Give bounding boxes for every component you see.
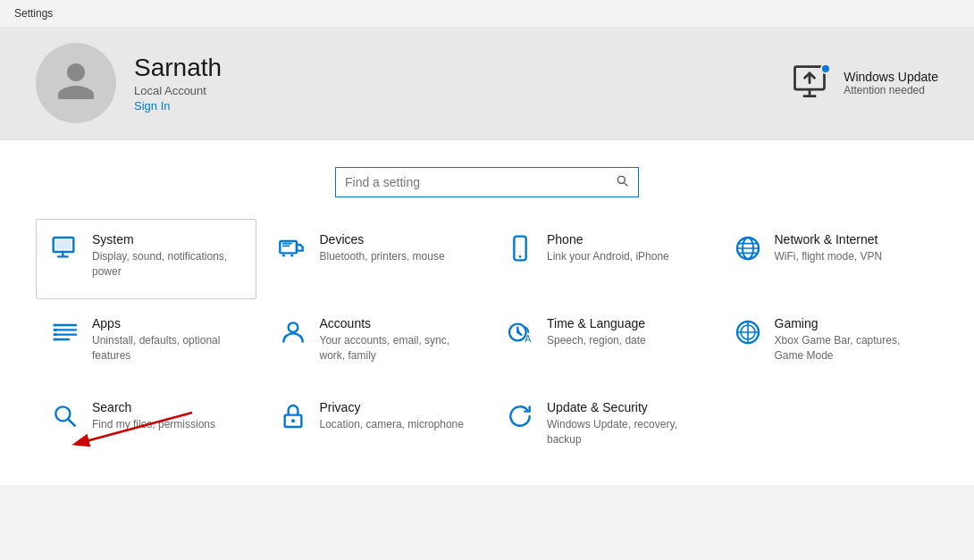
update-text: Windows Update Attention needed	[844, 70, 938, 96]
network-text: Network & Internet WiFi, flight mode, VP…	[775, 232, 883, 264]
apps-text: Apps Uninstall, defaults, optional featu…	[92, 316, 241, 364]
privacy-desc: Location, camera, microphone	[320, 417, 464, 432]
accounts-desc: Your accounts, email, sync, work, family	[320, 333, 469, 364]
settings-item-time[interactable]: A Time & Language Speech, region, date	[491, 303, 711, 383]
svg-rect-14	[54, 333, 57, 336]
update-settings-desc: Windows Update, recovery, backup	[547, 417, 696, 447]
svg-point-9	[519, 255, 522, 258]
svg-text:A: A	[525, 333, 532, 344]
accounts-title: Accounts	[320, 316, 469, 330]
time-desc: Speech, region, date	[547, 333, 646, 348]
app-title: Settings	[14, 7, 53, 20]
search-input[interactable]	[345, 175, 615, 189]
profile-name: Sarnath	[134, 54, 772, 82]
phone-text: Phone Link your Android, iPhone	[547, 232, 669, 264]
update-icon-wrapper	[790, 62, 833, 104]
update-subtitle: Attention needed	[844, 84, 938, 96]
search-box[interactable]	[335, 167, 639, 197]
svg-rect-15	[54, 339, 57, 341]
search-icon	[615, 173, 629, 191]
search-container	[36, 158, 938, 197]
accounts-text: Accounts Your accounts, email, sync, wor…	[320, 316, 469, 364]
svg-point-16	[288, 322, 298, 332]
gaming-icon	[734, 318, 762, 350]
apps-title: Apps	[92, 316, 241, 330]
settings-item-devices[interactable]: Devices Bluetooth, printers, mouse	[264, 219, 484, 299]
system-icon	[51, 234, 80, 266]
windows-update-button[interactable]: Windows Update Attention needed	[790, 62, 938, 104]
main-content: System Display, sound, notifications, po…	[0, 140, 974, 485]
profile-type: Local Account	[134, 84, 772, 97]
svg-point-23	[291, 419, 295, 422]
profile-header: Sarnath Local Account Sign In Windows Up…	[0, 27, 974, 140]
network-desc: WiFi, flight mode, VPN	[775, 249, 883, 264]
accounts-icon	[279, 318, 307, 350]
settings-item-system[interactable]: System Display, sound, notifications, po…	[36, 219, 256, 299]
phone-icon	[506, 234, 534, 266]
gaming-desc: Xbox Game Bar, captures, Game Mode	[775, 333, 924, 364]
network-title: Network & Internet	[775, 232, 883, 247]
devices-text: Devices Bluetooth, printers, mouse	[320, 232, 445, 264]
devices-title: Devices	[320, 232, 445, 247]
svg-rect-12	[54, 324, 57, 327]
search-text: Search Find my files, permissions	[92, 400, 215, 432]
update-notification-dot	[820, 63, 831, 74]
gaming-text: Gaming Xbox Game Bar, captures, Game Mod…	[775, 316, 924, 364]
privacy-icon	[279, 402, 307, 434]
update-title: Windows Update	[844, 70, 938, 84]
phone-desc: Link your Android, iPhone	[547, 249, 669, 264]
privacy-text: Privacy Location, camera, microphone	[320, 400, 464, 432]
gaming-title: Gaming	[775, 316, 924, 330]
settings-grid: System Display, sound, notifications, po…	[36, 219, 938, 467]
time-text: Time & Language Speech, region, date	[547, 316, 646, 348]
settings-item-network[interactable]: Network & Internet WiFi, flight mode, VP…	[718, 219, 939, 299]
settings-item-update[interactable]: Update & Security Windows Update, recove…	[491, 387, 711, 467]
settings-item-apps[interactable]: Apps Uninstall, defaults, optional featu…	[36, 303, 256, 383]
svg-rect-13	[54, 329, 57, 331]
time-icon: A	[506, 318, 534, 350]
phone-title: Phone	[547, 232, 669, 247]
network-icon	[734, 234, 762, 266]
svg-rect-4	[55, 240, 71, 250]
profile-info: Sarnath Local Account Sign In	[134, 54, 772, 113]
update-settings-icon	[506, 402, 534, 434]
update-text-settings: Update & Security Windows Update, recove…	[547, 400, 696, 447]
devices-icon	[279, 234, 307, 266]
svg-point-6	[281, 254, 284, 256]
signin-link[interactable]: Sign In	[134, 99, 170, 113]
search-desc: Find my files, permissions	[92, 417, 215, 432]
privacy-title: Privacy	[320, 400, 464, 414]
update-settings-title: Update & Security	[547, 400, 696, 414]
system-text: System Display, sound, notifications, po…	[92, 232, 241, 280]
svg-point-7	[290, 254, 293, 256]
settings-item-phone[interactable]: Phone Link your Android, iPhone	[491, 219, 711, 299]
avatar	[36, 43, 116, 123]
settings-item-search[interactable]: Search Find my files, permissions	[36, 387, 256, 467]
search-title: Search	[92, 400, 215, 414]
apps-icon	[51, 318, 80, 350]
system-desc: Display, sound, notifications, power	[92, 249, 241, 280]
search-settings-icon	[51, 402, 80, 434]
system-title: System	[92, 232, 241, 247]
settings-item-gaming[interactable]: Gaming Xbox Game Bar, captures, Game Mod…	[718, 303, 939, 383]
apps-desc: Uninstall, defaults, optional features	[92, 333, 241, 364]
settings-item-accounts[interactable]: Accounts Your accounts, email, sync, wor…	[264, 303, 484, 383]
time-title: Time & Language	[547, 316, 646, 330]
devices-desc: Bluetooth, printers, mouse	[320, 249, 445, 264]
settings-item-privacy[interactable]: Privacy Location, camera, microphone	[264, 387, 484, 467]
